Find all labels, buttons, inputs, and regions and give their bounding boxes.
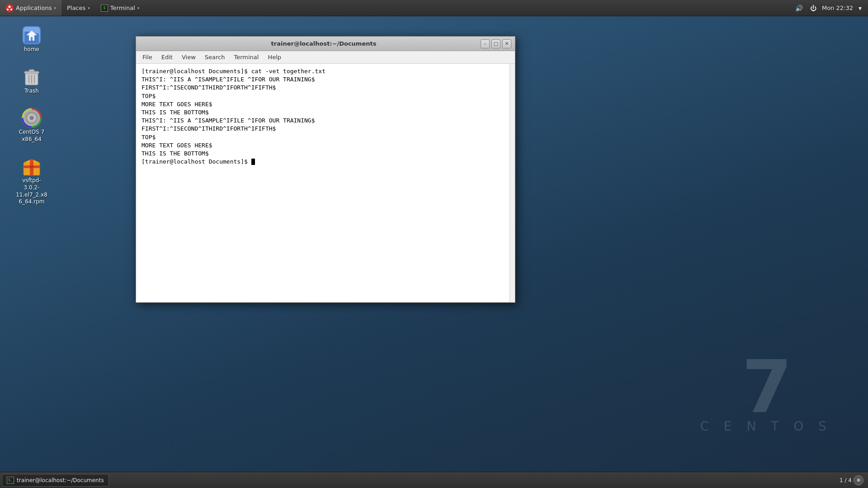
close-button[interactable]: ✕ bbox=[502, 39, 511, 48]
menu-terminal[interactable]: Terminal bbox=[229, 52, 263, 62]
svg-rect-13 bbox=[29, 70, 34, 72]
menu-search[interactable]: Search bbox=[200, 52, 230, 62]
volume-icon[interactable]: 🔊 bbox=[793, 5, 805, 12]
trash-icon-label: Trash bbox=[24, 88, 39, 95]
terminal-arrow: ▾ bbox=[137, 6, 140, 10]
minimize-button[interactable]: – bbox=[481, 39, 490, 48]
applications-arrow: ▾ bbox=[54, 6, 56, 10]
taskbar-terminal-icon: $_ bbox=[7, 477, 14, 484]
taskbar-top-left: Applications ▾ Places ▾ $ Terminal ▾ bbox=[0, 0, 145, 16]
centos-watermark: 7 C E N T O S bbox=[700, 351, 832, 434]
centos-dvd-icon bbox=[21, 107, 42, 129]
terminal-content[interactable]: [trainer@localhost Documents]$ cat -vet … bbox=[136, 64, 509, 302]
terminal-label: Terminal bbox=[110, 5, 135, 11]
taskbar-top: Applications ▾ Places ▾ $ Terminal ▾ 🔊 ⏻… bbox=[0, 0, 868, 16]
taskbar-terminal-label: trainer@localhost:~/Documents bbox=[17, 477, 104, 483]
taskbar-top-right: 🔊 ⏻ Mon 22:32 ▾ bbox=[793, 0, 868, 16]
window-controls: – □ ✕ bbox=[481, 39, 511, 48]
svg-point-1 bbox=[7, 9, 9, 10]
svg-point-2 bbox=[10, 9, 12, 10]
desktop-icon-home[interactable]: home bbox=[14, 23, 50, 55]
terminal-cursor bbox=[251, 159, 255, 165]
terminal-menu[interactable]: $ Terminal ▾ bbox=[95, 0, 145, 16]
desktop-icons-container: home Trash bbox=[14, 23, 50, 207]
trash-icon bbox=[21, 66, 42, 88]
activity-icon[interactable]: ⊕ bbox=[854, 475, 863, 485]
power-icon[interactable]: ⏻ bbox=[808, 5, 818, 12]
title-bar[interactable]: trainer@localhost:~/Documents – □ ✕ bbox=[136, 37, 515, 51]
applications-label: Applications bbox=[16, 5, 52, 11]
terminal-window: trainer@localhost:~/Documents – □ ✕ File… bbox=[136, 36, 515, 303]
terminal-body: [trainer@localhost Documents]$ cat -vet … bbox=[136, 64, 515, 302]
gnome-icon bbox=[5, 4, 14, 12]
terminal-top-icon: $ bbox=[101, 5, 108, 12]
places-label: Places bbox=[67, 5, 85, 11]
places-menu[interactable]: Places ▾ bbox=[61, 0, 95, 16]
svg-rect-9 bbox=[31, 37, 33, 41]
vsftpd-label: vsftpd-3.0.2-11.el7_2.x86_64.rpm bbox=[15, 177, 48, 205]
taskbar-bottom-right: 1 / 4 ⊕ bbox=[840, 475, 866, 485]
window-title: trainer@localhost:~/Documents bbox=[167, 40, 481, 47]
datetime-label: Mon 22:32 bbox=[822, 5, 853, 11]
desktop-icon-trash[interactable]: Trash bbox=[14, 64, 50, 97]
taskbar-terminal-item[interactable]: $_ trainer@localhost:~/Documents bbox=[2, 474, 109, 487]
desktop-icon-vsftpd[interactable]: vsftpd-3.0.2-11.el7_2.x86_64.rpm bbox=[14, 154, 50, 207]
places-arrow: ▾ bbox=[88, 6, 90, 10]
menu-view[interactable]: View bbox=[177, 52, 200, 62]
taskbar-bottom: $_ trainer@localhost:~/Documents 1 / 4 ⊕ bbox=[0, 472, 868, 488]
menu-file[interactable]: File bbox=[138, 52, 157, 62]
desktop: 7 C E N T O S Applications ▾ Places ▾ bbox=[0, 0, 868, 488]
svg-point-0 bbox=[9, 5, 11, 8]
vsftpd-icon bbox=[21, 155, 42, 177]
home-icon bbox=[21, 24, 42, 46]
desktop-icon-centos-dvd[interactable]: CentOS 7 x86_64 bbox=[14, 105, 50, 145]
centos-label: C E N T O S bbox=[700, 419, 832, 434]
home-icon-label: home bbox=[24, 46, 39, 53]
maximize-button[interactable]: □ bbox=[491, 39, 500, 48]
terminal-scrollbar[interactable] bbox=[509, 64, 515, 302]
workspace-label: 1 / 4 bbox=[840, 477, 852, 483]
centos-number: 7 bbox=[700, 351, 832, 423]
menu-edit[interactable]: Edit bbox=[157, 52, 177, 62]
settings-arrow[interactable]: ▾ bbox=[857, 5, 863, 12]
svg-point-24 bbox=[31, 117, 33, 119]
applications-menu[interactable]: Applications ▾ bbox=[0, 0, 61, 16]
menu-bar: File Edit View Search Terminal Help bbox=[136, 51, 515, 64]
centos-dvd-label: CentOS 7 x86_64 bbox=[15, 129, 48, 143]
terminal-output: [trainer@localhost Documents]$ cat -vet … bbox=[142, 67, 504, 166]
menu-help[interactable]: Help bbox=[263, 52, 286, 62]
svg-rect-28 bbox=[24, 165, 40, 168]
